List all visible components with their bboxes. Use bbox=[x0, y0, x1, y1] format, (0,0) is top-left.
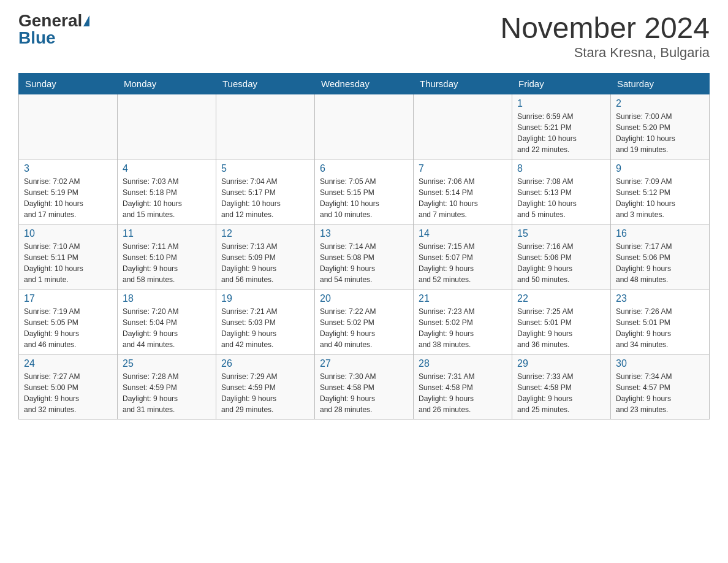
day-info: Sunrise: 7:08 AM Sunset: 5:13 PM Dayligh… bbox=[517, 176, 605, 220]
day-number: 3 bbox=[24, 163, 112, 174]
day-info: Sunrise: 7:34 AM Sunset: 4:57 PM Dayligh… bbox=[616, 371, 704, 415]
table-row bbox=[216, 94, 315, 159]
table-row: 22Sunrise: 7:25 AM Sunset: 5:01 PM Dayli… bbox=[512, 289, 611, 354]
day-number: 7 bbox=[419, 163, 507, 174]
day-info: Sunrise: 7:23 AM Sunset: 5:02 PM Dayligh… bbox=[419, 306, 507, 350]
calendar-week-row: 3Sunrise: 7:02 AM Sunset: 5:19 PM Daylig… bbox=[19, 159, 710, 224]
day-number: 28 bbox=[419, 358, 507, 369]
table-row: 15Sunrise: 7:16 AM Sunset: 5:06 PM Dayli… bbox=[512, 224, 611, 289]
calendar-subtitle: Stara Kresna, Bulgaria bbox=[500, 45, 710, 61]
calendar-week-row: 10Sunrise: 7:10 AM Sunset: 5:11 PM Dayli… bbox=[19, 224, 710, 289]
table-row: 13Sunrise: 7:14 AM Sunset: 5:08 PM Dayli… bbox=[315, 224, 414, 289]
table-row: 23Sunrise: 7:26 AM Sunset: 5:01 PM Dayli… bbox=[611, 289, 710, 354]
table-row: 24Sunrise: 7:27 AM Sunset: 5:00 PM Dayli… bbox=[19, 354, 118, 419]
table-row: 7Sunrise: 7:06 AM Sunset: 5:14 PM Daylig… bbox=[414, 159, 512, 224]
table-row: 17Sunrise: 7:19 AM Sunset: 5:05 PM Dayli… bbox=[19, 289, 118, 354]
table-row: 9Sunrise: 7:09 AM Sunset: 5:12 PM Daylig… bbox=[611, 159, 710, 224]
table-row: 1Sunrise: 6:59 AM Sunset: 5:21 PM Daylig… bbox=[512, 94, 611, 159]
day-info: Sunrise: 7:02 AM Sunset: 5:19 PM Dayligh… bbox=[24, 176, 112, 220]
day-info: Sunrise: 7:19 AM Sunset: 5:05 PM Dayligh… bbox=[24, 306, 112, 350]
day-info: Sunrise: 7:27 AM Sunset: 5:00 PM Dayligh… bbox=[24, 371, 112, 415]
day-number: 12 bbox=[221, 228, 309, 239]
day-number: 9 bbox=[616, 163, 704, 174]
day-number: 22 bbox=[517, 293, 605, 304]
header-saturday: Saturday bbox=[611, 73, 710, 94]
day-info: Sunrise: 7:16 AM Sunset: 5:06 PM Dayligh… bbox=[517, 241, 605, 285]
day-info: Sunrise: 7:22 AM Sunset: 5:02 PM Dayligh… bbox=[320, 306, 408, 350]
weekday-header-row: Sunday Monday Tuesday Wednesday Thursday… bbox=[19, 73, 710, 94]
day-number: 14 bbox=[419, 228, 507, 239]
table-row: 26Sunrise: 7:29 AM Sunset: 4:59 PM Dayli… bbox=[216, 354, 315, 419]
day-info: Sunrise: 7:03 AM Sunset: 5:18 PM Dayligh… bbox=[123, 176, 211, 220]
day-number: 21 bbox=[419, 293, 507, 304]
title-block: November 2024 Stara Kresna, Bulgaria bbox=[500, 12, 710, 61]
header-tuesday: Tuesday bbox=[216, 73, 315, 94]
table-row: 6Sunrise: 7:05 AM Sunset: 5:15 PM Daylig… bbox=[315, 159, 414, 224]
day-number: 23 bbox=[616, 293, 704, 304]
logo-triangle-icon bbox=[83, 15, 89, 26]
page-header: General Blue November 2024 Stara Kresna,… bbox=[18, 12, 710, 61]
day-info: Sunrise: 7:13 AM Sunset: 5:09 PM Dayligh… bbox=[221, 241, 309, 285]
table-row: 20Sunrise: 7:22 AM Sunset: 5:02 PM Dayli… bbox=[315, 289, 414, 354]
table-row: 8Sunrise: 7:08 AM Sunset: 5:13 PM Daylig… bbox=[512, 159, 611, 224]
day-info: Sunrise: 7:04 AM Sunset: 5:17 PM Dayligh… bbox=[221, 176, 309, 220]
table-row bbox=[19, 94, 118, 159]
day-info: Sunrise: 7:00 AM Sunset: 5:20 PM Dayligh… bbox=[616, 111, 704, 155]
calendar-week-row: 17Sunrise: 7:19 AM Sunset: 5:05 PM Dayli… bbox=[19, 289, 710, 354]
table-row: 21Sunrise: 7:23 AM Sunset: 5:02 PM Dayli… bbox=[414, 289, 512, 354]
table-row: 27Sunrise: 7:30 AM Sunset: 4:58 PM Dayli… bbox=[315, 354, 414, 419]
table-row: 12Sunrise: 7:13 AM Sunset: 5:09 PM Dayli… bbox=[216, 224, 315, 289]
table-row: 10Sunrise: 7:10 AM Sunset: 5:11 PM Dayli… bbox=[19, 224, 118, 289]
day-info: Sunrise: 7:14 AM Sunset: 5:08 PM Dayligh… bbox=[320, 241, 408, 285]
day-info: Sunrise: 7:26 AM Sunset: 5:01 PM Dayligh… bbox=[616, 306, 704, 350]
day-number: 2 bbox=[616, 98, 704, 109]
day-info: Sunrise: 7:10 AM Sunset: 5:11 PM Dayligh… bbox=[24, 241, 112, 285]
day-number: 15 bbox=[517, 228, 605, 239]
day-number: 17 bbox=[24, 293, 112, 304]
day-number: 1 bbox=[517, 98, 605, 109]
table-row: 28Sunrise: 7:31 AM Sunset: 4:58 PM Dayli… bbox=[414, 354, 512, 419]
table-row: 16Sunrise: 7:17 AM Sunset: 5:06 PM Dayli… bbox=[611, 224, 710, 289]
table-row: 19Sunrise: 7:21 AM Sunset: 5:03 PM Dayli… bbox=[216, 289, 315, 354]
day-number: 30 bbox=[616, 358, 704, 369]
day-number: 27 bbox=[320, 358, 408, 369]
calendar-table: Sunday Monday Tuesday Wednesday Thursday… bbox=[18, 73, 710, 419]
day-number: 6 bbox=[320, 163, 408, 174]
table-row: 5Sunrise: 7:04 AM Sunset: 5:17 PM Daylig… bbox=[216, 159, 315, 224]
day-number: 5 bbox=[221, 163, 309, 174]
day-number: 20 bbox=[320, 293, 408, 304]
table-row: 29Sunrise: 7:33 AM Sunset: 4:58 PM Dayli… bbox=[512, 354, 611, 419]
day-info: Sunrise: 7:33 AM Sunset: 4:58 PM Dayligh… bbox=[517, 371, 605, 415]
day-info: Sunrise: 7:05 AM Sunset: 5:15 PM Dayligh… bbox=[320, 176, 408, 220]
day-number: 16 bbox=[616, 228, 704, 239]
calendar-week-row: 24Sunrise: 7:27 AM Sunset: 5:00 PM Dayli… bbox=[19, 354, 710, 419]
table-row: 2Sunrise: 7:00 AM Sunset: 5:20 PM Daylig… bbox=[611, 94, 710, 159]
day-number: 10 bbox=[24, 228, 112, 239]
table-row: 25Sunrise: 7:28 AM Sunset: 4:59 PM Dayli… bbox=[118, 354, 216, 419]
day-number: 11 bbox=[123, 228, 211, 239]
table-row: 30Sunrise: 7:34 AM Sunset: 4:57 PM Dayli… bbox=[611, 354, 710, 419]
table-row: 18Sunrise: 7:20 AM Sunset: 5:04 PM Dayli… bbox=[118, 289, 216, 354]
day-info: Sunrise: 7:25 AM Sunset: 5:01 PM Dayligh… bbox=[517, 306, 605, 350]
table-row bbox=[315, 94, 414, 159]
day-number: 13 bbox=[320, 228, 408, 239]
logo-blue: Blue bbox=[18, 29, 56, 47]
day-number: 29 bbox=[517, 358, 605, 369]
day-number: 26 bbox=[221, 358, 309, 369]
day-info: Sunrise: 7:28 AM Sunset: 4:59 PM Dayligh… bbox=[123, 371, 211, 415]
table-row: 4Sunrise: 7:03 AM Sunset: 5:18 PM Daylig… bbox=[118, 159, 216, 224]
day-number: 19 bbox=[221, 293, 309, 304]
day-info: Sunrise: 7:29 AM Sunset: 4:59 PM Dayligh… bbox=[221, 371, 309, 415]
header-monday: Monday bbox=[118, 73, 216, 94]
day-info: Sunrise: 7:11 AM Sunset: 5:10 PM Dayligh… bbox=[123, 241, 211, 285]
day-info: Sunrise: 7:30 AM Sunset: 4:58 PM Dayligh… bbox=[320, 371, 408, 415]
logo-general: General bbox=[18, 12, 82, 29]
header-friday: Friday bbox=[512, 73, 611, 94]
day-info: Sunrise: 7:15 AM Sunset: 5:07 PM Dayligh… bbox=[419, 241, 507, 285]
day-info: Sunrise: 7:20 AM Sunset: 5:04 PM Dayligh… bbox=[123, 306, 211, 350]
calendar-week-row: 1Sunrise: 6:59 AM Sunset: 5:21 PM Daylig… bbox=[19, 94, 710, 159]
header-sunday: Sunday bbox=[19, 73, 118, 94]
table-row bbox=[414, 94, 512, 159]
day-number: 4 bbox=[123, 163, 211, 174]
day-info: Sunrise: 7:31 AM Sunset: 4:58 PM Dayligh… bbox=[419, 371, 507, 415]
